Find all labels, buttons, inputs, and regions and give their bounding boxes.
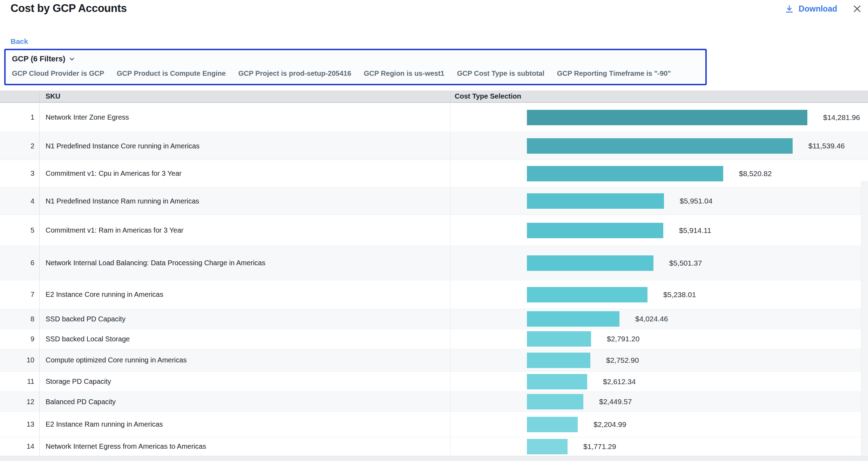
cost-bar	[527, 138, 793, 154]
page-title: Cost by GCP Accounts	[11, 2, 127, 15]
cost-bar-cell: $5,501.37	[450, 246, 868, 280]
sku-cell: Network Internet Egress from Americas to…	[40, 437, 450, 456]
table-row: 3Commitment v1: Cpu in Americas for 3 Ye…	[0, 160, 868, 187]
cost-value-label: $11,539.46	[808, 142, 845, 150]
table-row: 10Compute optimized Core running in Amer…	[0, 349, 868, 372]
cost-bar	[527, 311, 619, 327]
sku-cell: Balanced PD Capacity	[40, 392, 450, 412]
cost-bar	[527, 394, 583, 409]
cost-bar	[527, 166, 723, 181]
sku-cell: SSD backed PD Capacity	[40, 309, 450, 329]
row-number: 7	[0, 280, 40, 309]
cost-bar	[527, 223, 663, 238]
row-number: 10	[0, 349, 40, 371]
sku-cell: Commitment v1: Ram in Americas for 3 Yea…	[40, 215, 450, 246]
row-number: 2	[0, 132, 40, 160]
table-row: 12Balanced PD Capacity$2,449.57	[0, 392, 868, 412]
cost-table: SKU Cost Type Selection 1Network Inter Z…	[0, 91, 868, 461]
row-number: 6	[0, 246, 40, 280]
cost-bar-cell: $1,771.29	[450, 437, 868, 456]
back-link[interactable]: Back	[11, 37, 28, 46]
row-number: 4	[0, 187, 40, 215]
table-row: 9SSD backed Local Storage$2,791.20	[0, 329, 868, 349]
cost-bar-cell: $11,539.46	[450, 132, 868, 160]
table-scrollbar-track[interactable]	[861, 181, 868, 461]
table-row: 2N1 Predefined Instance Core running in …	[0, 132, 868, 160]
cost-bar	[527, 193, 664, 209]
row-number: 13	[0, 412, 40, 437]
table-row: 14Network Internet Egress from Americas …	[0, 437, 868, 456]
filter-summary-label: GCP (6 Filters)	[12, 54, 65, 64]
table-row: 8SSD backed PD Capacity$4,024.46	[0, 309, 868, 329]
row-number: 3	[0, 160, 40, 187]
sku-cell: Commitment v1: Cpu in Americas for 3 Yea…	[40, 160, 450, 187]
sku-cell: Network Inter Zone Egress	[40, 103, 450, 132]
row-number: 11	[0, 372, 40, 392]
table-header-row: SKU Cost Type Selection	[0, 91, 868, 103]
cost-bar	[527, 353, 590, 368]
filter-summary-dropdown[interactable]: GCP (6 Filters)	[12, 54, 699, 64]
download-button[interactable]: Download	[785, 4, 837, 14]
cost-value-label: $5,914.11	[679, 226, 711, 235]
filter-item: GCP Product is Compute Engine	[117, 69, 226, 78]
sku-cell: N1 Predefined Instance Ram running in Am…	[40, 187, 450, 215]
chevron-down-icon	[69, 56, 75, 62]
row-number: 14	[0, 437, 40, 456]
cost-bar-cell: $5,914.11	[450, 215, 868, 246]
top-right-actions: Download	[785, 3, 863, 15]
cost-value-label: $2,752.90	[606, 356, 639, 365]
cost-bar	[527, 374, 587, 389]
row-number: 5	[0, 215, 40, 246]
table-body: 1Network Inter Zone Egress$14,281.962N1 …	[0, 103, 868, 456]
cost-value-label: $5,951.04	[680, 197, 712, 205]
cost-bar-cell: $2,791.20	[450, 329, 868, 349]
cost-bar-cell: $4,024.46	[450, 309, 868, 329]
cost-value-label: $14,281.96	[823, 113, 860, 122]
filter-item: GCP Cloud Provider is GCP	[12, 69, 104, 78]
cost-value-label: $5,501.37	[669, 259, 702, 267]
filter-item: GCP Cost Type is subtotal	[457, 69, 544, 78]
sku-cell: Network Internal Load Balancing: Data Pr…	[40, 246, 450, 280]
cost-value-label: $4,024.46	[635, 315, 668, 323]
cost-bar	[527, 331, 591, 347]
table-row: 4N1 Predefined Instance Ram running in A…	[0, 187, 868, 215]
cost-value-label: $1,771.29	[583, 442, 616, 451]
sku-cell: Compute optimized Core running in Americ…	[40, 349, 450, 371]
filter-item: GCP Project is prod-setup-205416	[238, 69, 351, 78]
cost-value-label: $8,520.82	[739, 169, 772, 178]
sku-cell: N1 Predefined Instance Core running in A…	[40, 132, 450, 160]
cost-bar	[527, 287, 647, 302]
cost-bar-cell: $5,951.04	[450, 187, 868, 215]
table-row: 7E2 Instance Core running in Americas$5,…	[0, 280, 868, 309]
cost-value-label: $2,449.57	[599, 397, 632, 406]
cost-bar	[527, 417, 578, 432]
cost-bar	[527, 255, 653, 271]
sku-cell: E2 Instance Core running in Americas	[40, 280, 450, 309]
filter-item: GCP Region is us-west1	[364, 69, 445, 78]
cost-value-label: $5,238.01	[663, 290, 696, 299]
sku-cell: SSD backed Local Storage	[40, 329, 450, 349]
row-number: 12	[0, 392, 40, 412]
cost-bar-cell: $5,238.01	[450, 280, 868, 309]
next-row-edge-strip	[0, 456, 868, 461]
table-row: 11Storage PD Capacity$2,612.34	[0, 372, 868, 392]
row-number: 8	[0, 309, 40, 329]
filter-item: GCP Reporting Timeframe is "-90"	[557, 69, 671, 78]
filter-items-row: GCP Cloud Provider is GCPGCP Product is …	[12, 69, 699, 78]
cost-bar-cell: $2,752.90	[450, 349, 868, 371]
cost-bar-cell: $14,281.96	[450, 103, 868, 132]
cost-bar	[527, 110, 807, 125]
cost-bar-cell: $2,612.34	[450, 372, 868, 392]
cost-value-label: $2,791.20	[607, 335, 639, 343]
table-row: 6Network Internal Load Balancing: Data P…	[0, 246, 868, 280]
row-number: 1	[0, 103, 40, 132]
close-button[interactable]	[851, 3, 863, 15]
cost-bar-cell: $2,204.99	[450, 412, 868, 437]
cost-bar-cell: $2,449.57	[450, 392, 868, 412]
cost-value-label: $2,612.34	[603, 378, 636, 386]
cost-value-label: $2,204.99	[594, 420, 626, 429]
cost-type-selection-column-header: Cost Type Selection	[450, 91, 868, 102]
download-label: Download	[799, 4, 837, 14]
download-icon	[785, 4, 794, 14]
table-row: 1Network Inter Zone Egress$14,281.96	[0, 103, 868, 132]
